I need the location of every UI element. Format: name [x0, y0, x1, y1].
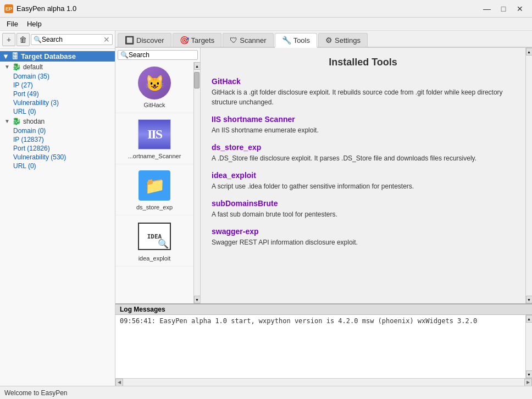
tool-thumb-idea: IDEA🔍: [138, 220, 171, 253]
add-target-button[interactable]: +: [2, 33, 15, 46]
tree-node-shodan[interactable]: ▼ 🐉 shodan: [0, 116, 115, 126]
tab-settings[interactable]: ⚙ Settings: [318, 33, 368, 47]
tree-child-url-default[interactable]: URL (0): [0, 107, 115, 116]
left-toolbar: + 🗑 🔍 ✕: [0, 31, 115, 49]
tree-root-icon: 🗄: [12, 52, 19, 60]
tool-name-dsstore: ds_store_exp: [136, 204, 173, 210]
content-log-container: 🔍 😺 GitHack: [115, 48, 532, 386]
tool-entry-name-iis[interactable]: IIS shortname Scanner: [212, 115, 514, 124]
iis-thumb-img: IIS: [138, 119, 171, 149]
tree-node-label: default: [23, 63, 43, 71]
tree-child-ip-default[interactable]: IP (27): [0, 81, 115, 90]
tab-discover[interactable]: 🔲 Discover: [118, 33, 171, 47]
detail-scroll-track: [526, 56, 532, 296]
log-content: 09:56:41: EasyPen alpha 1.0 start, wxpyt…: [115, 315, 525, 378]
detail-scroll-up[interactable]: ▲: [526, 48, 533, 56]
tab-tools-label: Tools: [293, 36, 310, 45]
dsstore-thumb-img: 📁: [138, 170, 170, 201]
tool-entry-dsstore: ds_store_exp A .DS_Store file disclosure…: [212, 143, 514, 163]
tree-child-port-shodan[interactable]: Port (12826): [0, 144, 115, 153]
tree-area: ▼ 🗄 Target Database ▼ 🐉 default Domain (…: [0, 49, 115, 386]
tree-node-label-shodan: shodan: [23, 118, 45, 125]
menu-file[interactable]: File: [2, 19, 23, 29]
tree-node-default[interactable]: ▼ 🐉 default: [0, 62, 115, 72]
scroll-track: [194, 70, 200, 296]
tool-entry-name-dsstore[interactable]: ds_store_exp: [212, 143, 514, 152]
log-content-container: 09:56:41: EasyPen alpha 1.0 start, wxpyt…: [115, 315, 532, 378]
menu-bar: File Help: [0, 18, 532, 31]
delete-target-button[interactable]: 🗑: [16, 33, 30, 46]
tool-item-dsstore[interactable]: 📁 ds_store_exp: [115, 164, 193, 215]
tab-scanner[interactable]: 🛡 Scanner: [223, 33, 273, 47]
tool-entry-desc-idea: A script use .idea folder to gather sens…: [212, 181, 514, 191]
tool-entry-name-subdomains[interactable]: subDomainsBrute: [212, 199, 514, 208]
tool-item-idea[interactable]: IDEA🔍 idea_exploit: [115, 215, 193, 267]
tree-child-vuln-shodan[interactable]: Vulnerability (530): [0, 153, 115, 162]
tree-child-port-default[interactable]: Port (49): [0, 90, 115, 98]
tool-thumb-dsstore: 📁: [138, 169, 171, 202]
target-search-input[interactable]: [42, 36, 103, 43]
tool-entry-name-swagger[interactable]: swagger-exp: [212, 227, 514, 236]
close-button[interactable]: ✕: [512, 2, 528, 15]
tree-node-icon: 🐉: [12, 63, 21, 71]
scroll-down-button[interactable]: ▼: [194, 296, 201, 303]
log-area: Log Messages 09:56:41: EasyPen alpha 1.0…: [115, 303, 532, 386]
log-scroll-down[interactable]: ▼: [526, 370, 533, 378]
tab-bar: 🔲 Discover 🎯 Targets 🛡 Scanner 🔧 Tools ⚙…: [115, 31, 532, 48]
tool-entry-desc-subdomains: A fast sub domain brute tool for pentest…: [212, 209, 514, 219]
cat-icon: 😺: [145, 74, 164, 92]
tree-child-domain-shodan[interactable]: Domain (0): [0, 126, 115, 135]
settings-tab-icon: ⚙: [325, 36, 332, 45]
tool-entry-iis: IIS shortname Scanner An IIS shortname e…: [212, 115, 514, 135]
tab-targets[interactable]: 🎯 Targets: [173, 33, 222, 47]
log-scroll-up[interactable]: ▲: [526, 315, 533, 323]
githack-thumb-img: 😺: [138, 66, 171, 99]
installed-tools-title: Installed Tools: [212, 57, 514, 68]
discover-tab-icon: 🔲: [125, 36, 134, 45]
tools-search-box: 🔍: [118, 50, 198, 60]
tab-scanner-label: Scanner: [240, 36, 266, 45]
tool-entry-subdomains: subDomainsBrute A fast sub domain brute …: [212, 199, 514, 219]
target-search-box: 🔍 ✕: [31, 34, 113, 45]
tool-name-iis: ...ortname_Scanner: [128, 153, 181, 159]
tool-thumb-iis: IIS: [138, 118, 171, 151]
scanner-tab-icon: 🛡: [230, 36, 237, 45]
tab-discover-label: Discover: [136, 36, 164, 45]
tool-entry-name-idea[interactable]: idea_exploit: [212, 171, 514, 180]
tool-entry-desc-githack: GitHack is a .git folder disclosure expl…: [212, 87, 514, 107]
scroll-thumb[interactable]: [194, 72, 199, 88]
tab-tools[interactable]: 🔧 Tools: [275, 33, 317, 48]
tool-entry-githack: GitHack GitHack is a .git folder disclos…: [212, 77, 514, 107]
log-h-scroll-left[interactable]: ◀: [115, 379, 123, 386]
tool-item-iis[interactable]: IIS ...ortname_Scanner: [115, 113, 193, 164]
tool-entry-swagger: swagger-exp Swagger REST API information…: [212, 227, 514, 247]
detail-scroll-down[interactable]: ▼: [526, 296, 533, 303]
scroll-up-button[interactable]: ▲: [194, 62, 201, 70]
tree-toggle-icon: ▼: [4, 64, 10, 70]
tree-root-label: Target Database: [21, 52, 76, 60]
title-bar: EP EasyPen alpha 1.0 — □ ✕: [0, 0, 532, 18]
tools-tab-icon: 🔧: [282, 36, 291, 45]
tree-child-url-shodan[interactable]: URL (0): [0, 162, 115, 170]
log-scroll-track: [526, 323, 532, 370]
search-clear-button[interactable]: ✕: [103, 35, 110, 44]
tools-search-input[interactable]: [129, 51, 211, 59]
log-scrollbar: ▲ ▼: [525, 315, 532, 378]
maximize-button[interactable]: □: [496, 2, 511, 15]
tools-detail-panel: Installed Tools GitHack GitHack is a .gi…: [201, 48, 525, 303]
tree-root[interactable]: ▼ 🗄 Target Database: [0, 51, 115, 62]
tree-child-vuln-default[interactable]: Vulnerability (3): [0, 98, 115, 107]
tool-entry-name-githack[interactable]: GitHack: [212, 77, 514, 86]
log-h-scroll-right[interactable]: ▶: [524, 379, 532, 386]
tools-search-icon: 🔍: [120, 51, 129, 59]
menu-help[interactable]: Help: [23, 19, 46, 29]
tool-item-githack[interactable]: 😺 GitHack: [115, 62, 193, 113]
right-panel: 🔲 Discover 🎯 Targets 🛡 Scanner 🔧 Tools ⚙…: [115, 31, 532, 386]
tree-child-domain-default[interactable]: Domain (35): [0, 72, 115, 81]
tab-settings-label: Settings: [335, 36, 361, 45]
detail-scrollbar: ▲ ▼: [525, 48, 532, 303]
tree-child-ip-shodan[interactable]: IP (12837): [0, 135, 115, 144]
minimize-button[interactable]: —: [479, 2, 495, 15]
log-h-scrollbar: ◀ ▶: [115, 378, 532, 386]
search-icon: 🔍: [34, 36, 42, 43]
